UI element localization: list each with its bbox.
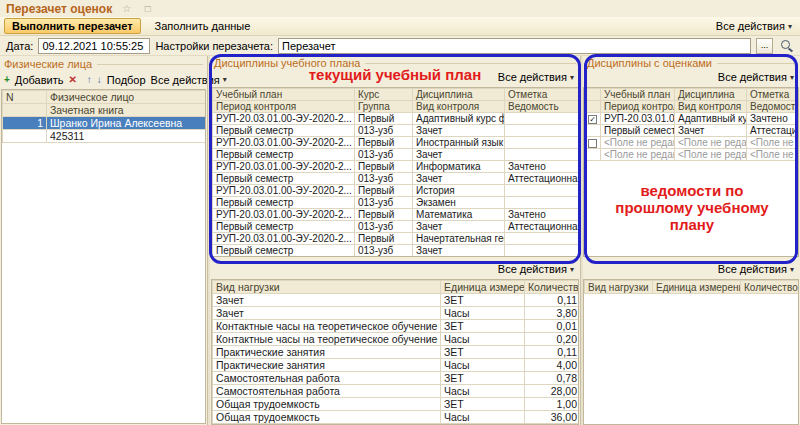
table-cell[interactable] (505, 185, 580, 197)
column-header[interactable]: Курс (355, 89, 413, 101)
table-cell[interactable]: Зачет (413, 149, 505, 161)
table-cell[interactable]: Экзамен (413, 197, 505, 209)
table-cell[interactable]: 013-узб (355, 149, 413, 161)
column-header[interactable]: Ведомость (747, 101, 800, 113)
table-row[interactable]: <Поле не редакт...<Поле не редак...<Поле… (585, 137, 800, 149)
table-cell[interactable]: Зачет (213, 294, 441, 307)
table-row[interactable]: Практические занятияЧасы4,00 (213, 359, 580, 372)
column-header-n[interactable]: N (3, 91, 47, 104)
table-cell[interactable]: Математика (413, 209, 505, 221)
column-header[interactable]: Группа (355, 101, 413, 113)
table-row[interactable]: ✓РУП-20.03.01.00-...Адаптивный ку...Зачт… (585, 113, 800, 125)
table-row[interactable]: Общая трудоемкостьЧасы36,00 (213, 411, 580, 424)
table-cell[interactable]: Зачтено (747, 113, 800, 125)
table-row[interactable]: Практические занятияЗЕТ0,11 (213, 346, 580, 359)
column-header-book[interactable]: Зачетная книга (47, 104, 206, 117)
table-cell[interactable]: Аттестационная ведомо... (505, 221, 580, 233)
table-row[interactable]: ЗачетЧасы3,80 (213, 307, 580, 320)
column-header[interactable]: Вид контроля (413, 101, 505, 113)
table-cell[interactable]: 013-узб (355, 245, 413, 257)
table-cell[interactable]: <Поле не редак... (675, 149, 747, 161)
table-row[interactable]: РУП-20.03.01.00-ЭУ-2020-2...ПервыйАдапти… (213, 113, 580, 125)
table-cell[interactable]: Зачтено (505, 209, 580, 221)
table-cell[interactable]: Часы (441, 359, 525, 372)
table-cell[interactable] (505, 197, 580, 209)
table-cell[interactable]: РУП-20.03.01.00-ЭУ-2020-2... (213, 209, 355, 221)
column-header[interactable]: Вид нагрузки (213, 281, 441, 294)
table-row[interactable]: Первый семестр013-узбЗачетАттестационная… (213, 221, 580, 233)
table-cell[interactable]: Информатика (413, 161, 505, 173)
table-cell[interactable]: Иностранный язык (413, 137, 505, 149)
table-cell[interactable]: Зачет (413, 245, 505, 257)
table-cell[interactable]: Зачет (675, 125, 747, 137)
pick-button[interactable]: Подбор (107, 74, 146, 86)
table-cell[interactable]: ЗЕТ (441, 372, 525, 385)
table-row[interactable]: Контактные часы на теоретическое обучени… (213, 320, 580, 333)
table-cell[interactable]: РУП-20.03.01.00-ЭУ-2020-2... (213, 161, 355, 173)
table-cell[interactable]: Зачет (413, 221, 505, 233)
table-cell[interactable]: 28,00 (525, 385, 580, 398)
table-row[interactable]: Общая трудоемкостьЗЕТ1,00 (213, 398, 580, 411)
column-header[interactable]: Единица измерения (653, 281, 741, 294)
column-header[interactable]: Вид нагрузки (585, 281, 653, 294)
column-header[interactable]: Ведомость (505, 101, 580, 113)
run-recredit-button[interactable]: Выполнить перезачет (4, 18, 141, 34)
table-cell[interactable]: Практические занятия (213, 346, 441, 359)
table-cell[interactable]: 0,11 (525, 346, 580, 359)
table-cell[interactable]: Часы (441, 307, 525, 320)
table-cell[interactable]: Зачет (413, 173, 505, 185)
table-cell[interactable]: РУП-20.03.01.00-ЭУ-2020-2... (213, 233, 355, 245)
table-cell[interactable]: Часы (441, 385, 525, 398)
table-row[interactable]: РУП-20.03.01.00-ЭУ-2020-2...ПервыйИностр… (213, 137, 580, 149)
table-cell[interactable]: РУП-20.03.01.00-ЭУ-2020-2... (213, 185, 355, 197)
table-cell[interactable]: <Поле не редакт... (601, 149, 675, 161)
table-cell[interactable]: 0,01 (525, 320, 580, 333)
table-cell[interactable]: <Поле не редакт... (601, 137, 675, 149)
table-cell[interactable]: 1,00 (525, 398, 580, 411)
table-cell[interactable]: <Поле не редак... (675, 137, 747, 149)
fill-data-button[interactable]: Заполнить данные (147, 18, 259, 34)
table-cell[interactable]: Контактные часы на теоретическое обучени… (213, 333, 441, 346)
column-header[interactable]: Дисциплина (413, 89, 505, 101)
table-cell[interactable]: Зачет (413, 125, 505, 137)
table-row[interactable]: Самостоятельная работаЧасы28,00 (213, 385, 580, 398)
table-row[interactable]: <Поле не редакт...<Поле не редак...<Поле… (585, 149, 800, 161)
table-cell[interactable]: 0,78 (525, 372, 580, 385)
table-row[interactable]: Первый семестр013-узбЗачет (213, 245, 580, 257)
table-cell[interactable] (505, 149, 580, 161)
table-cell[interactable]: 0,20 (525, 333, 580, 346)
move-down-icon[interactable]: ↓ (97, 73, 102, 87)
table-cell[interactable]: Первый (355, 185, 413, 197)
table-cell[interactable] (3, 130, 47, 143)
table-row[interactable]: ЗачетЗЕТ0,11 (213, 294, 580, 307)
recredit-settings-input[interactable] (278, 38, 751, 54)
table-cell[interactable]: РУП-20.03.01.00-ЭУ-2020-2... (213, 113, 355, 125)
table-row[interactable]: Первый семестр013-узбЗачетАттестационная… (213, 173, 580, 185)
checkbox-cell[interactable]: ✓ (585, 113, 601, 125)
table-cell[interactable]: Шранко Ирина Алексеевна (47, 117, 206, 130)
table-cell[interactable]: Зачет (213, 307, 441, 320)
table-cell[interactable]: История (413, 185, 505, 197)
table-row[interactable]: Первый семестр013-узбЗачет (213, 149, 580, 161)
table-cell[interactable]: 013-узб (355, 197, 413, 209)
plan-load-all-actions-button[interactable]: Все действия ▾ (498, 263, 574, 275)
table-cell[interactable]: Первый семестр (213, 197, 355, 209)
table-cell[interactable]: Первый семестр (601, 125, 675, 137)
table-cell[interactable]: Общая трудоемкость (213, 398, 441, 411)
checkbox-unchecked-icon[interactable] (588, 139, 597, 148)
table-cell[interactable] (505, 137, 580, 149)
table-row[interactable]: РУП-20.03.01.00-ЭУ-2020-2...ПервыйИнформ… (213, 161, 580, 173)
favorites-star-icon[interactable]: ☆ (120, 2, 133, 15)
marks-load-all-actions-button[interactable]: Все действия ▾ (718, 263, 794, 275)
table-cell[interactable]: 4,00 (525, 359, 580, 372)
table-cell[interactable]: 425311 (47, 130, 206, 143)
table-cell[interactable] (505, 113, 580, 125)
table-cell[interactable]: 013-узб (355, 221, 413, 233)
table-row[interactable]: Контактные часы на теоретическое обучени… (213, 333, 580, 346)
delete-icon[interactable]: ✕ (68, 73, 76, 87)
table-cell[interactable]: Первый (355, 161, 413, 173)
table-cell[interactable]: 0,11 (525, 294, 580, 307)
table-cell[interactable]: <Поле не редакти... (747, 137, 800, 149)
table-cell[interactable]: 013-узб (355, 173, 413, 185)
table-cell[interactable]: ЗЕТ (441, 320, 525, 333)
